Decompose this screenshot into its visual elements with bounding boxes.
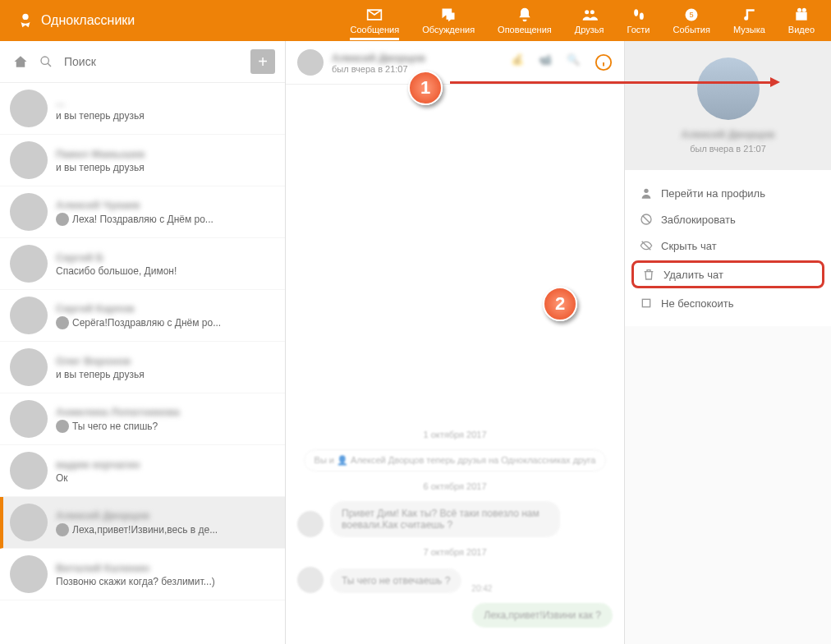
call-icon[interactable]: 📹 — [539, 53, 557, 71]
search-icon — [39, 55, 53, 68]
message-bubble: Ты чего не отвечаешь ? — [330, 568, 461, 593]
menu-delete-chat[interactable]: Удалить чат — [631, 260, 824, 288]
chat-list-item[interactable]: Олег Воронов и вы теперь друзья — [0, 342, 285, 393]
mini-avatar — [56, 523, 69, 536]
profile-avatar[interactable] — [697, 58, 760, 120]
svg-point-0 — [22, 14, 28, 20]
chat-avatar — [10, 504, 48, 541]
chat-preview: Спасибо большое, Димон! — [56, 265, 275, 277]
menu-hide-chat[interactable]: Скрыть чат — [625, 232, 831, 259]
chat-header: Алексей Дворцов был вчера в 21:07 💰 📹 🔍 — [286, 41, 624, 85]
chat-list[interactable]: ... и вы теперь друзья Павел Мамышев и в… — [0, 83, 285, 644]
search-chat-icon[interactable]: 🔍 — [567, 53, 585, 71]
block-icon — [640, 213, 653, 226]
friends-icon — [581, 7, 598, 23]
logo[interactable]: Одноклассники — [16, 12, 135, 30]
chat-preview: Ты чего не спишь? — [56, 420, 275, 433]
chat-preview: Позвоню скажи когда? безлимит...) — [56, 576, 275, 587]
chat-preview: и вы теперь друзья — [56, 369, 275, 380]
nav-guests[interactable]: Гости — [627, 7, 650, 34]
profile-status: был вчера в 21:07 — [625, 144, 831, 154]
nav-friends[interactable]: Друзья — [575, 7, 604, 34]
chat-avatar — [10, 400, 48, 438]
messages-area[interactable]: 1 октября 2017 Вы и 👤 Алексей Дворцов те… — [286, 85, 624, 644]
chat-list-item[interactable]: Сергей Карпов Серёга!Поздравляю с Днём р… — [0, 290, 285, 342]
message-row: Ты чего не отвечаешь ?20:42 — [297, 567, 613, 593]
annotation-arrow — [450, 81, 772, 84]
chat-list-item[interactable]: ... и вы теперь друзья — [0, 83, 285, 135]
chat-avatar — [10, 141, 48, 179]
system-message: Вы и 👤 Алексей Дворцов теперь друзья на … — [304, 449, 607, 472]
chat-list-item[interactable]: Павел Мамышев и вы теперь друзья — [0, 135, 285, 186]
chat-name: Алексей Чукаев — [56, 199, 275, 211]
info-panel: Алексей Дворцов был вчера в 21:07 Перейт… — [624, 41, 831, 644]
music-icon — [741, 7, 757, 23]
chat-icon — [440, 7, 457, 23]
menu-block[interactable]: Заблокировать — [625, 206, 831, 232]
nav-video[interactable]: Видео — [788, 7, 815, 34]
info-icon[interactable] — [595, 53, 613, 71]
home-icon — [13, 54, 28, 69]
nav-music[interactable]: Музыка — [733, 7, 765, 34]
chat-avatar — [10, 452, 48, 490]
top-header: Одноклассники Сообщения Обсуждения Опове… — [0, 0, 831, 41]
mini-avatar — [56, 420, 69, 433]
new-chat-button[interactable]: + — [250, 49, 275, 74]
bell-icon — [517, 7, 533, 23]
search-input[interactable] — [61, 52, 242, 71]
home-button[interactable] — [10, 51, 31, 72]
svg-point-8 — [797, 8, 801, 12]
message-time: 20:42 — [471, 584, 492, 593]
nav-discussions[interactable]: Обсуждения — [422, 7, 475, 34]
video-icon — [793, 7, 810, 23]
chat-preview: и вы теперь друзья — [56, 162, 275, 173]
footsteps-icon — [631, 7, 647, 23]
top-nav: Сообщения Обсуждения Оповещения Друзья Г… — [350, 7, 815, 34]
svg-point-1 — [585, 10, 589, 14]
date-separator: 1 октября 2017 — [297, 430, 613, 439]
envelope-icon — [366, 7, 383, 23]
nav-events[interactable]: 5События — [673, 7, 710, 34]
svg-point-4 — [639, 13, 643, 20]
star-badge-icon: 5 — [683, 7, 700, 23]
menu-dnd[interactable]: Не беспокоить — [625, 290, 831, 316]
square-icon — [640, 297, 653, 310]
chat-header-name: Алексей Дворцов — [332, 52, 425, 64]
chat-name: вадим корчагин — [56, 458, 275, 471]
panel-profile: Алексей Дворцов был вчера в 21:07 — [625, 41, 831, 170]
nav-messages[interactable]: Сообщения — [350, 7, 399, 34]
chat-header-avatar[interactable] — [297, 49, 324, 76]
chat-list-item[interactable]: Анжелика Лопатникова Ты чего не спишь? — [0, 393, 285, 445]
nav-notifications[interactable]: Оповещения — [498, 7, 552, 34]
trash-icon — [642, 268, 655, 281]
chat-name: Олег Воронов — [56, 355, 275, 367]
money-icon[interactable]: 💰 — [511, 53, 529, 71]
message-avatar[interactable] — [297, 567, 324, 593]
chat-list-item[interactable]: Сергей Б Спасибо большое, Димон! — [0, 238, 285, 290]
mini-avatar — [56, 316, 69, 329]
eye-off-icon — [640, 239, 653, 252]
chat-view: Алексей Дворцов был вчера в 21:07 💰 📹 🔍 … — [286, 41, 624, 644]
chat-avatar — [10, 245, 48, 283]
chat-list-item[interactable]: Алексей Чукаев Леха! Поздравляю с Днём р… — [0, 186, 285, 238]
chat-list-item[interactable]: вадим корчагин Ок — [0, 445, 285, 497]
annotation-1: 1 — [408, 71, 443, 105]
main: + ... и вы теперь друзья Павел Мамышев и… — [0, 41, 831, 644]
plus-icon: + — [258, 53, 268, 71]
svg-rect-14 — [642, 299, 650, 306]
svg-point-9 — [802, 8, 806, 12]
chat-name: Сергей Карпов — [56, 302, 275, 315]
message-row-own: Леха,привет!Извини как ? — [297, 603, 613, 628]
chat-preview: и вы теперь друзья — [56, 110, 275, 122]
chat-list-item[interactable]: Виталий Калинин Позвоню скажи когда? без… — [0, 549, 285, 600]
message-avatar[interactable] — [297, 511, 324, 537]
chat-avatar — [10, 555, 48, 593]
chat-name: Сергей Б — [56, 251, 275, 264]
date-separator: 6 октября 2017 — [297, 481, 613, 491]
chat-list-item[interactable]: Алексей Дворцов Леха,привет!Извини,весь … — [0, 497, 285, 549]
svg-point-10 — [41, 57, 48, 64]
content: Алексей Дворцов был вчера в 21:07 💰 📹 🔍 … — [286, 41, 831, 644]
sidebar: + ... и вы теперь друзья Павел Мамышев и… — [0, 41, 286, 644]
person-icon — [640, 186, 653, 200]
menu-goto-profile[interactable]: Перейти на профиль — [625, 180, 831, 206]
